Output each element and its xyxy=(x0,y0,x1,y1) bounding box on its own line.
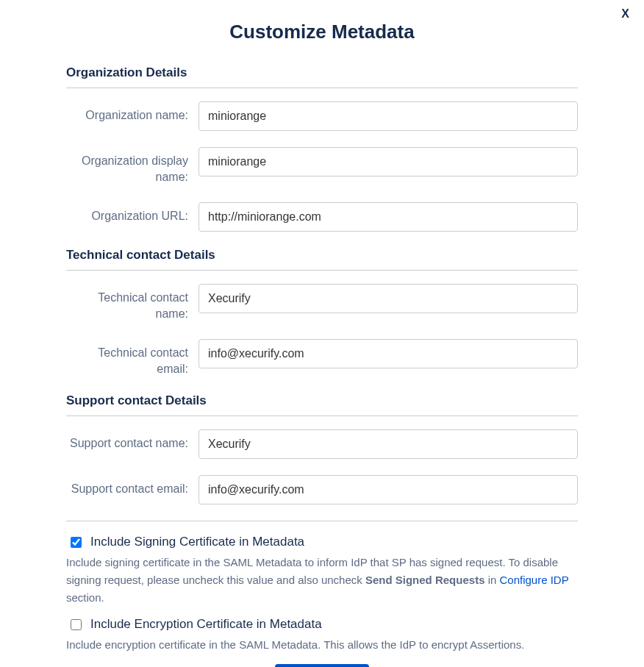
label-tech-name: Technical contact name: xyxy=(66,284,198,323)
label-support-email: Support contact email: xyxy=(66,475,198,497)
link-configure-idp[interactable]: Configure IDP xyxy=(500,574,569,586)
save-button[interactable]: Save xyxy=(275,664,369,667)
help-signing-bold: Send Signed Requests xyxy=(365,574,485,586)
label-tech-email: Technical contact email: xyxy=(66,339,198,378)
help-signing-post: section. xyxy=(66,591,104,604)
divider xyxy=(66,270,578,271)
close-button[interactable]: X xyxy=(621,7,629,21)
input-support-email[interactable] xyxy=(198,475,578,504)
input-org-display[interactable] xyxy=(198,147,578,176)
row-support-email: Support contact email: xyxy=(66,475,578,504)
help-signing-mid: in xyxy=(484,574,499,586)
help-encryption-cert: Include encryption certificate in the SA… xyxy=(66,636,578,654)
checkbox-encryption-cert[interactable] xyxy=(71,619,82,630)
row-org-display: Organization display name: xyxy=(66,147,578,186)
save-row: Save xyxy=(66,664,578,667)
label-org-display: Organization display name: xyxy=(66,147,198,186)
divider xyxy=(66,88,578,88)
row-tech-name: Technical contact name: xyxy=(66,284,578,323)
row-signing-cert: Include Signing Certificate in Metadata xyxy=(66,535,578,549)
section-header-technical: Technical contact Details xyxy=(66,248,578,265)
section-header-support: Support contact Details xyxy=(66,393,578,411)
row-org-url: Organization URL: xyxy=(66,202,578,232)
section-header-organization: Organization Details xyxy=(66,65,578,83)
row-support-name: Support contact name: xyxy=(66,429,578,459)
row-org-name: Organization name: xyxy=(66,101,578,131)
input-tech-email[interactable] xyxy=(198,339,578,368)
label-org-url: Organization URL: xyxy=(66,202,198,224)
input-org-name[interactable] xyxy=(198,101,578,131)
row-tech-email: Technical contact email: xyxy=(66,339,578,378)
row-encryption-cert: Include Encryption Certificate in Metada… xyxy=(66,617,578,632)
input-support-name[interactable] xyxy=(198,429,578,459)
checkbox-signing-cert[interactable] xyxy=(71,537,82,548)
customize-metadata-modal: X Customize Metadata Organization Detail… xyxy=(0,0,644,667)
label-support-name: Support contact name: xyxy=(66,429,198,452)
label-encryption-cert: Include Encryption Certificate in Metada… xyxy=(90,617,322,632)
modal-title: Customize Metadata xyxy=(66,21,578,43)
label-signing-cert: Include Signing Certificate in Metadata xyxy=(90,535,304,549)
input-tech-name[interactable] xyxy=(198,284,578,313)
help-signing-cert: Include signing certificate in the SAML … xyxy=(66,554,578,607)
input-org-url[interactable] xyxy=(198,202,578,232)
label-org-name: Organization name: xyxy=(66,101,198,124)
divider xyxy=(66,415,578,416)
divider xyxy=(66,521,578,521)
